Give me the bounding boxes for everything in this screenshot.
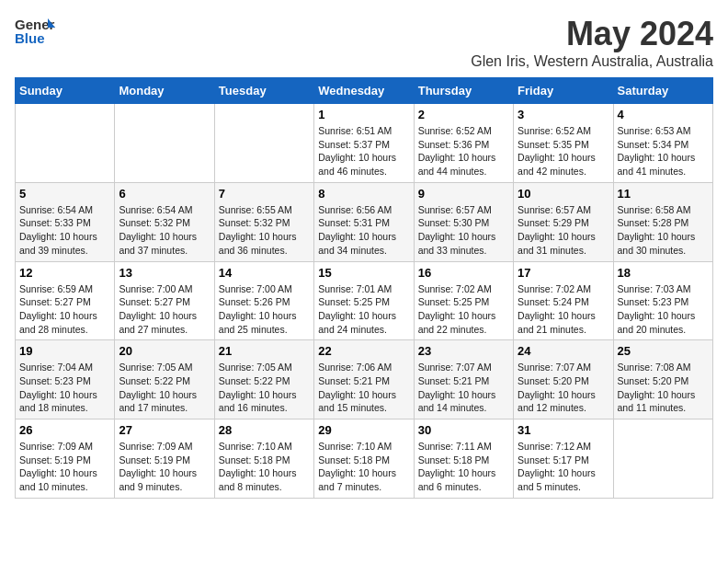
day-info: Sunrise: 7:07 AM Sunset: 5:21 PM Dayligh… <box>418 361 509 415</box>
day-number: 26 <box>19 423 110 437</box>
svg-text:Blue: Blue <box>15 30 45 46</box>
day-info: Sunrise: 7:05 AM Sunset: 5:22 PM Dayligh… <box>119 361 210 415</box>
calendar-cell: 4Sunrise: 6:53 AM Sunset: 5:34 PM Daylig… <box>613 104 712 183</box>
calendar-cell: 9Sunrise: 6:57 AM Sunset: 5:30 PM Daylig… <box>414 182 513 261</box>
day-info: Sunrise: 6:58 AM Sunset: 5:28 PM Dayligh… <box>618 203 709 258</box>
day-number: 11 <box>618 187 709 201</box>
calendar-cell: 23Sunrise: 7:07 AM Sunset: 5:21 PM Dayli… <box>414 340 513 419</box>
day-number: 23 <box>418 344 509 358</box>
subtitle: Glen Iris, Western Australia, Australia <box>471 53 713 70</box>
header-sunday: Sunday <box>16 78 115 104</box>
day-number: 4 <box>618 108 709 121</box>
calendar-cell: 15Sunrise: 7:01 AM Sunset: 5:25 PM Dayli… <box>314 261 414 340</box>
day-number: 16 <box>418 266 509 280</box>
calendar-cell: 11Sunrise: 6:58 AM Sunset: 5:28 PM Dayli… <box>613 182 712 261</box>
calendar-week-4: 19Sunrise: 7:04 AM Sunset: 5:23 PM Dayli… <box>16 340 713 419</box>
day-number: 7 <box>219 187 310 201</box>
day-info: Sunrise: 6:53 AM Sunset: 5:34 PM Dayligh… <box>618 124 709 178</box>
day-number: 29 <box>318 423 409 437</box>
calendar-cell: 20Sunrise: 7:05 AM Sunset: 5:22 PM Dayli… <box>115 340 214 419</box>
calendar-cell: 24Sunrise: 7:07 AM Sunset: 5:20 PM Dayli… <box>514 340 613 419</box>
calendar-cell: 6Sunrise: 6:54 AM Sunset: 5:32 PM Daylig… <box>115 182 214 261</box>
calendar-cell: 18Sunrise: 7:03 AM Sunset: 5:23 PM Dayli… <box>613 261 712 340</box>
day-number: 6 <box>119 187 210 201</box>
day-info: Sunrise: 6:59 AM Sunset: 5:27 PM Dayligh… <box>19 282 110 337</box>
day-number: 12 <box>19 266 110 280</box>
day-number: 22 <box>318 344 409 358</box>
main-title: May 2024 <box>471 15 713 53</box>
day-info: Sunrise: 6:52 AM Sunset: 5:35 PM Dayligh… <box>518 124 609 178</box>
calendar-cell <box>16 104 115 183</box>
day-number: 10 <box>518 187 609 201</box>
day-number: 28 <box>219 423 310 437</box>
header-thursday: Thursday <box>414 78 513 104</box>
header-saturday: Saturday <box>613 78 712 104</box>
day-number: 19 <box>19 344 110 358</box>
day-info: Sunrise: 7:05 AM Sunset: 5:22 PM Dayligh… <box>219 361 310 415</box>
header-friday: Friday <box>514 78 613 104</box>
calendar-cell <box>115 104 214 183</box>
calendar-week-3: 12Sunrise: 6:59 AM Sunset: 5:27 PM Dayli… <box>16 261 713 340</box>
logo-icon: General Blue <box>15 15 55 48</box>
day-number: 1 <box>318 108 409 121</box>
day-number: 14 <box>219 266 310 280</box>
day-info: Sunrise: 6:57 AM Sunset: 5:30 PM Dayligh… <box>418 203 509 258</box>
day-info: Sunrise: 7:10 AM Sunset: 5:18 PM Dayligh… <box>318 440 409 494</box>
calendar-cell: 2Sunrise: 6:52 AM Sunset: 5:36 PM Daylig… <box>414 104 513 183</box>
calendar-cell: 3Sunrise: 6:52 AM Sunset: 5:35 PM Daylig… <box>514 104 613 183</box>
day-number: 2 <box>418 108 509 121</box>
calendar-cell: 12Sunrise: 6:59 AM Sunset: 5:27 PM Dayli… <box>16 261 115 340</box>
day-number: 21 <box>219 344 310 358</box>
calendar-cell <box>214 104 313 183</box>
calendar-cell: 16Sunrise: 7:02 AM Sunset: 5:25 PM Dayli… <box>414 261 513 340</box>
calendar-cell: 17Sunrise: 7:02 AM Sunset: 5:24 PM Dayli… <box>514 261 613 340</box>
logo: General Blue <box>15 15 55 48</box>
day-info: Sunrise: 7:03 AM Sunset: 5:23 PM Dayligh… <box>618 282 709 337</box>
calendar-cell: 5Sunrise: 6:54 AM Sunset: 5:33 PM Daylig… <box>16 182 115 261</box>
day-info: Sunrise: 7:00 AM Sunset: 5:27 PM Dayligh… <box>119 282 210 337</box>
day-info: Sunrise: 7:00 AM Sunset: 5:26 PM Dayligh… <box>219 282 310 337</box>
calendar-cell: 21Sunrise: 7:05 AM Sunset: 5:22 PM Dayli… <box>214 340 313 419</box>
day-number: 30 <box>418 423 509 437</box>
day-info: Sunrise: 6:52 AM Sunset: 5:36 PM Dayligh… <box>418 124 509 178</box>
day-info: Sunrise: 7:04 AM Sunset: 5:23 PM Dayligh… <box>19 361 110 415</box>
day-info: Sunrise: 7:02 AM Sunset: 5:24 PM Dayligh… <box>518 282 609 337</box>
calendar-table: Sunday Monday Tuesday Wednesday Thursday… <box>15 77 713 499</box>
calendar-cell: 26Sunrise: 7:09 AM Sunset: 5:19 PM Dayli… <box>16 419 115 499</box>
calendar-week-2: 5Sunrise: 6:54 AM Sunset: 5:33 PM Daylig… <box>16 182 713 261</box>
day-number: 24 <box>518 344 609 358</box>
calendar-cell: 22Sunrise: 7:06 AM Sunset: 5:21 PM Dayli… <box>314 340 414 419</box>
calendar-cell: 1Sunrise: 6:51 AM Sunset: 5:37 PM Daylig… <box>314 104 414 183</box>
day-info: Sunrise: 7:07 AM Sunset: 5:20 PM Dayligh… <box>518 361 609 415</box>
day-info: Sunrise: 7:01 AM Sunset: 5:25 PM Dayligh… <box>318 282 409 337</box>
calendar-cell: 14Sunrise: 7:00 AM Sunset: 5:26 PM Dayli… <box>214 261 313 340</box>
calendar-cell: 28Sunrise: 7:10 AM Sunset: 5:18 PM Dayli… <box>214 419 313 499</box>
day-number: 20 <box>119 344 210 358</box>
day-info: Sunrise: 6:55 AM Sunset: 5:32 PM Dayligh… <box>219 203 310 258</box>
calendar-week-5: 26Sunrise: 7:09 AM Sunset: 5:19 PM Dayli… <box>16 419 713 499</box>
calendar-cell: 30Sunrise: 7:11 AM Sunset: 5:18 PM Dayli… <box>414 419 513 499</box>
day-info: Sunrise: 7:08 AM Sunset: 5:20 PM Dayligh… <box>618 361 709 415</box>
day-info: Sunrise: 6:54 AM Sunset: 5:32 PM Dayligh… <box>119 203 210 258</box>
page-header: General Blue May 2024 Glen Iris, Western… <box>15 15 713 70</box>
calendar-cell: 7Sunrise: 6:55 AM Sunset: 5:32 PM Daylig… <box>214 182 313 261</box>
calendar-cell: 13Sunrise: 7:00 AM Sunset: 5:27 PM Dayli… <box>115 261 214 340</box>
calendar-cell: 31Sunrise: 7:12 AM Sunset: 5:17 PM Dayli… <box>514 419 613 499</box>
day-number: 27 <box>119 423 210 437</box>
calendar-cell: 25Sunrise: 7:08 AM Sunset: 5:20 PM Dayli… <box>613 340 712 419</box>
day-number: 5 <box>19 187 110 201</box>
calendar-cell <box>613 419 712 499</box>
day-number: 8 <box>318 187 409 201</box>
day-info: Sunrise: 7:09 AM Sunset: 5:19 PM Dayligh… <box>119 440 210 494</box>
header-wednesday: Wednesday <box>314 78 414 104</box>
calendar-cell: 10Sunrise: 6:57 AM Sunset: 5:29 PM Dayli… <box>514 182 613 261</box>
day-info: Sunrise: 6:57 AM Sunset: 5:29 PM Dayligh… <box>518 203 609 258</box>
day-info: Sunrise: 7:10 AM Sunset: 5:18 PM Dayligh… <box>219 440 310 494</box>
day-info: Sunrise: 7:02 AM Sunset: 5:25 PM Dayligh… <box>418 282 509 337</box>
day-info: Sunrise: 7:12 AM Sunset: 5:17 PM Dayligh… <box>518 440 609 494</box>
day-number: 17 <box>518 266 609 280</box>
calendar-cell: 8Sunrise: 6:56 AM Sunset: 5:31 PM Daylig… <box>314 182 414 261</box>
day-number: 18 <box>618 266 709 280</box>
day-info: Sunrise: 6:56 AM Sunset: 5:31 PM Dayligh… <box>318 203 409 258</box>
day-number: 13 <box>119 266 210 280</box>
